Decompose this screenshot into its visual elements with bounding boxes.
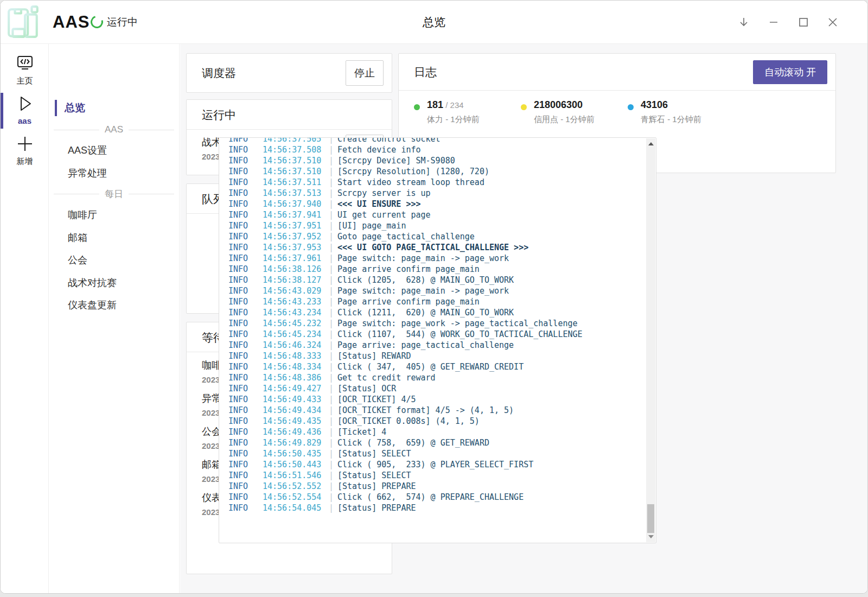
scheduler-card: 调度器 停止 [186,53,392,93]
autoscroll-toggle-button[interactable]: 自动滚动 开 [753,60,827,84]
log-separator: | [329,253,337,264]
log-line: INFO14:56:37.513|Scrcpy server is up [219,188,646,199]
rail-item-new[interactable]: 新增 [1,135,49,167]
play-icon [16,95,34,112]
log-separator: | [329,318,337,329]
log-lines: INFO14:56:37.505|Create control socketIN… [219,137,646,513]
app-window: AAS 运行中 总览 主页 [0,0,868,594]
sidebar-item-dashboard[interactable]: 仪表盘更新 [68,295,117,315]
log-line: INFO14:56:38.127|Click (1205, 628) @ MAI… [219,275,646,285]
log-level: INFO [228,318,263,329]
log-level: INFO [228,144,263,155]
log-message: [Scrcpy Device] SM-S9080 [337,155,455,166]
log-separator: | [329,209,337,220]
log-separator: | [329,427,337,437]
log-message: Click ( 905, 233) @ PLAYER_SELECT_FIRST [337,459,533,470]
sidebar-item-aas-settings[interactable]: AAS设置 [68,140,107,161]
log-timestamp: 14:56:52.552 [263,481,329,492]
log-separator: | [329,492,337,503]
log-separator: | [329,448,337,459]
log-level: INFO [228,361,263,372]
scroll-down-icon[interactable] [648,535,654,538]
log-separator: | [329,394,337,405]
log-scrollbar[interactable] [646,138,655,542]
sidebar-item-tactical[interactable]: 战术对抗赛 [68,272,117,293]
log-level: INFO [228,231,263,242]
sidebar-item-mail[interactable]: 邮箱 [68,227,87,248]
log-timestamp: 14:56:45.232 [263,318,329,329]
log-message: [Status] PREPARE [337,481,416,492]
log-line: INFO14:56:54.045|[Status] PREPARE [219,503,646,513]
log-level: INFO [228,155,263,166]
log-line: INFO14:56:37.941|UI get current page [219,209,646,220]
log-separator: | [329,137,337,144]
log-level: INFO [228,351,263,361]
sidebar-item-overview[interactable]: 总览 [55,99,85,117]
stat-label: 体力 - 1分钟前 [427,115,480,125]
log-level: INFO [228,166,263,177]
log-separator: | [329,177,337,188]
log-viewer[interactable]: INFO14:56:37.505|Create control socketIN… [219,137,656,543]
log-message: [Status] PREPARE [337,503,416,513]
log-message: Click ( 758, 659) @ GET_REWARD [337,437,489,448]
log-separator: | [329,144,337,155]
log-separator: | [329,242,337,253]
log-message: Click (1205, 628) @ MAIN_GO_TO_WORK [337,275,514,285]
log-level: INFO [228,264,263,275]
log-level: INFO [228,340,263,351]
maximize-icon[interactable] [792,1,815,44]
log-message: [Status] OCR [337,383,396,394]
rail-item-home[interactable]: 主页 [1,55,49,86]
log-line: INFO14:56:37.940|<<< UI ENSURE >>> [219,199,646,209]
log-timestamp: 14:56:37.513 [263,188,329,199]
log-level: INFO [228,383,263,394]
log-timestamp: 14:56:37.952 [263,231,329,242]
log-line: INFO14:56:37.511|Start video stream loop… [219,177,646,188]
sidebar-item-exception[interactable]: 异常处理 [68,163,107,183]
log-message: [Ticket] 4 [337,427,386,437]
log-message: [OCR_TICKET format] 4/5 -> (4, 1, 5) [337,405,514,416]
log-level: INFO [228,137,263,144]
log-level: INFO [228,459,263,470]
active-indicator [55,100,57,116]
log-line: INFO14:56:37.510|[Scrcpy Device] SM-S908… [219,155,646,166]
log-timestamp: 14:56:37.940 [263,199,329,209]
log-timestamp: 14:56:48.386 [263,372,329,383]
rail-item-aas[interactable]: aas [1,95,49,125]
sidebar-item-guild[interactable]: 公会 [68,250,87,270]
log-line: INFO14:56:49.434|[OCR_TICKET format] 4/5… [219,405,646,416]
close-icon[interactable] [821,1,845,44]
stat-value: 218006300 [534,99,583,111]
log-level: INFO [228,470,263,481]
log-level: INFO [228,329,263,340]
stat-value: 43106 [641,99,668,111]
log-timestamp: 14:56:49.433 [263,394,329,405]
stop-button[interactable]: 停止 [346,60,384,86]
log-timestamp: 14:56:46.324 [263,340,329,351]
log-line: INFO14:56:50.435|[Status] SELECT [219,448,646,459]
log-separator: | [329,459,337,470]
log-message: Page arrive confirm page_main [337,296,480,307]
log-timestamp: 14:56:37.941 [263,209,329,220]
log-message: Page switch: page_work -> page_tactical_… [337,318,578,329]
log-line: INFO14:56:43.233|Page arrive confirm pag… [219,296,646,307]
log-timestamp: 14:56:49.435 [263,416,329,427]
scroll-up-icon[interactable] [648,142,654,145]
task-sidebar: 总览 AAS AAS设置 异常处理 每日 咖啡厅 邮箱 公会 战术对抗赛 仪表盘… [49,44,180,593]
log-message: Scrcpy server is up [337,188,431,199]
log-level: INFO [228,437,263,448]
log-line: INFO14:56:37.505|Create control socket [219,137,646,144]
log-timestamp: 14:56:37.961 [263,253,329,264]
log-level: INFO [228,448,263,459]
log-timestamp: 14:56:50.435 [263,448,329,459]
rail-item-label: 新增 [1,156,49,167]
sidebar-item-cafe[interactable]: 咖啡厅 [68,205,97,225]
log-separator: | [329,361,337,372]
log-line: INFO14:56:45.232|Page switch: page_work … [219,318,646,329]
minimize-icon[interactable] [762,1,786,44]
scrollbar-thumb[interactable] [647,504,654,533]
download-icon[interactable] [732,1,756,44]
log-separator: | [329,166,337,177]
log-line: INFO14:56:51.546|[Status] SELECT [219,470,646,481]
log-message: [OCR_TICKET 0.008s] (4, 1, 5) [337,416,480,427]
